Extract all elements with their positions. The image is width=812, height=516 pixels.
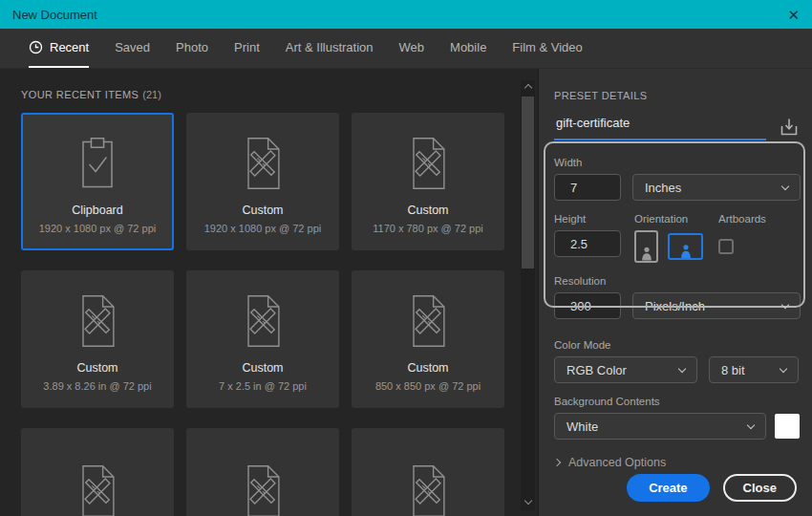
card-title: Custom (407, 361, 448, 375)
tab-label: Photo (176, 40, 208, 54)
background-color-swatch[interactable] (775, 414, 800, 439)
card-size: 1920 x 1080 px @ 72 ppi (204, 223, 321, 234)
chevron-right-icon (553, 459, 561, 466)
save-preset-icon[interactable] (778, 116, 801, 139)
tab-label: Recent (50, 40, 89, 54)
close-icon[interactable]: ✕ (787, 8, 800, 22)
preset-details-header: PRESET DETAILS (554, 90, 801, 101)
bit-depth-select[interactable]: 8 bit (709, 356, 799, 383)
width-label: Width (554, 157, 801, 168)
color-mode-select[interactable]: RGB Color (554, 356, 697, 383)
tab-label: Art & Illustration (286, 40, 374, 54)
preset-details-panel: PRESET DETAILS Width Inches (538, 69, 812, 516)
artboards-checkbox[interactable] (718, 239, 734, 254)
card-title: Clipboard (72, 204, 123, 217)
recent-items-panel: YOUR RECENT ITEMS(21) Clipboard 1920 x 1… (0, 69, 538, 516)
preset-card-clipboard[interactable]: Clipboard 1920 x 1080 px @ 72 ppi (21, 113, 174, 250)
title-bar: New Document ✕ (0, 0, 812, 29)
recent-items-header: YOUR RECENT ITEMS(21) (21, 89, 538, 100)
chevron-down-icon (781, 182, 789, 189)
recent-items-count: (21) (142, 89, 161, 100)
custom-document-icon (74, 292, 121, 350)
background-contents-select[interactable]: White (554, 413, 766, 440)
custom-document-icon (239, 292, 287, 350)
orientation-portrait-button[interactable] (634, 230, 658, 263)
custom-document-icon (239, 135, 287, 192)
card-title: Custom (407, 204, 448, 217)
category-tabbar: Recent Saved Photo Print Art & Illustrat… (0, 29, 812, 69)
scrollbar-thumb[interactable] (522, 97, 534, 269)
preset-card-custom-4[interactable]: Custom 7 x 2.5 in @ 72 ppi (186, 270, 339, 408)
preset-cards-grid: Clipboard 1920 x 1080 px @ 72 ppi Custom… (21, 113, 538, 516)
portrait-person-icon (639, 245, 654, 261)
resolution-label: Resolution (554, 275, 801, 287)
scroll-down-icon[interactable] (524, 497, 531, 505)
clock-icon (29, 40, 43, 54)
advanced-options-label: Advanced Options (568, 456, 666, 469)
color-mode-label: Color Mode (554, 339, 801, 351)
card-title: Custom (76, 361, 118, 375)
resolution-input[interactable] (554, 292, 621, 319)
tab-film-video[interactable]: Film & Video (512, 29, 582, 68)
orientation-label: Orientation (634, 213, 703, 225)
chevron-down-icon (747, 420, 755, 428)
tab-saved[interactable]: Saved (115, 29, 150, 68)
close-button[interactable]: Close (723, 474, 797, 502)
custom-document-icon (74, 462, 121, 516)
tab-photo[interactable]: Photo (176, 29, 208, 68)
orientation-landscape-button[interactable] (668, 233, 703, 260)
resolution-unit-value: Pixels/Inch (645, 299, 705, 313)
chevron-down-icon (780, 364, 787, 372)
tab-art-illustration[interactable]: Art & Illustration (286, 29, 374, 68)
bit-depth-value: 8 bit (721, 363, 745, 377)
clipboard-check-icon (74, 135, 121, 192)
preset-card-custom-8[interactable] (352, 428, 504, 516)
custom-document-icon (404, 292, 452, 350)
preset-card-custom-2[interactable]: Custom 1170 x 780 px @ 72 ppi (352, 113, 504, 250)
width-input[interactable] (554, 174, 621, 201)
preset-card-custom-7[interactable] (186, 428, 339, 516)
background-contents-label: Background Contents (554, 396, 801, 407)
width-unit-value: Inches (645, 181, 681, 195)
tab-print[interactable]: Print (234, 29, 260, 68)
tab-web[interactable]: Web (399, 29, 425, 68)
card-size: 1920 x 1080 px @ 72 ppi (39, 223, 156, 234)
card-title: Custom (242, 204, 283, 217)
preset-card-custom-1[interactable]: Custom 1920 x 1080 px @ 72 ppi (186, 113, 339, 250)
new-document-dialog: New Document ✕ Recent Saved Photo Print … (0, 0, 812, 516)
tab-label: Print (234, 40, 260, 54)
artboards-label: Artboards (718, 213, 766, 225)
scroll-up-icon[interactable] (524, 84, 531, 92)
height-input[interactable] (554, 230, 621, 257)
chevron-down-icon (678, 364, 686, 372)
dialog-title: New Document (12, 8, 97, 22)
custom-document-icon (404, 462, 452, 516)
preset-card-custom-3[interactable]: Custom 3.89 x 8.26 in @ 72 ppi (21, 270, 174, 408)
card-size: 7 x 2.5 in @ 72 ppi (219, 380, 307, 392)
create-button[interactable]: Create (627, 474, 709, 502)
width-unit-select[interactable]: Inches (632, 174, 801, 201)
tab-label: Film & Video (512, 40, 582, 54)
height-label: Height (554, 213, 621, 225)
preset-card-custom-5[interactable]: Custom 850 x 850 px @ 72 ppi (352, 270, 504, 408)
card-title: Custom (242, 361, 283, 375)
tab-label: Saved (115, 40, 150, 54)
color-mode-value: RGB Color (566, 363, 627, 377)
custom-document-icon (239, 462, 287, 516)
resolution-unit-select[interactable]: Pixels/Inch (632, 292, 801, 319)
document-name-input[interactable] (554, 114, 766, 140)
card-size: 1170 x 780 px @ 72 ppi (373, 223, 483, 234)
tab-label: Mobile (450, 40, 486, 54)
card-size: 3.89 x 8.26 in @ 72 ppi (43, 380, 151, 392)
chevron-down-icon (781, 300, 789, 308)
advanced-options-toggle[interactable]: Advanced Options (554, 456, 801, 469)
preset-card-custom-6[interactable] (21, 428, 174, 516)
landscape-person-icon (678, 243, 694, 258)
vertical-scrollbar[interactable] (521, 80, 535, 510)
card-size: 850 x 850 px @ 72 ppi (375, 380, 481, 392)
custom-document-icon (404, 135, 452, 192)
tab-recent[interactable]: Recent (29, 29, 89, 68)
background-contents-value: White (566, 419, 598, 434)
tab-mobile[interactable]: Mobile (450, 29, 486, 68)
tab-label: Web (399, 40, 425, 54)
